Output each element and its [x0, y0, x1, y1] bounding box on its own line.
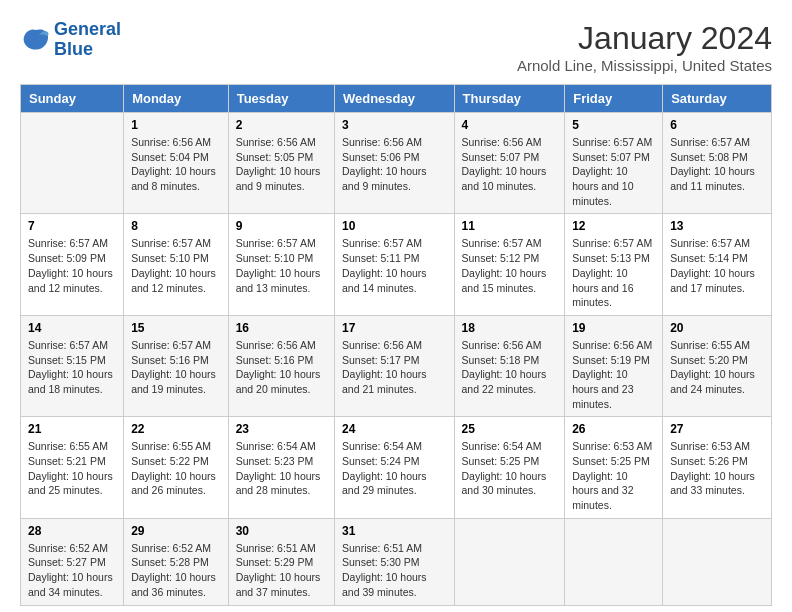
- day-number: 26: [572, 422, 655, 436]
- title-block: January 2024 Arnold Line, Mississippi, U…: [517, 20, 772, 74]
- day-info: Sunrise: 6:56 AM Sunset: 5:19 PM Dayligh…: [572, 338, 655, 411]
- day-number: 10: [342, 219, 447, 233]
- day-number: 24: [342, 422, 447, 436]
- day-number: 18: [462, 321, 558, 335]
- day-info: Sunrise: 6:56 AM Sunset: 5:04 PM Dayligh…: [131, 135, 221, 194]
- calendar-cell: 18 Sunrise: 6:56 AM Sunset: 5:18 PM Dayl…: [454, 315, 565, 416]
- day-number: 23: [236, 422, 327, 436]
- day-number: 31: [342, 524, 447, 538]
- header-saturday: Saturday: [663, 85, 772, 113]
- calendar-cell: 8 Sunrise: 6:57 AM Sunset: 5:10 PM Dayli…: [124, 214, 229, 315]
- week-row-3: 21 Sunrise: 6:55 AM Sunset: 5:21 PM Dayl…: [21, 417, 772, 518]
- day-info: Sunrise: 6:56 AM Sunset: 5:05 PM Dayligh…: [236, 135, 327, 194]
- calendar-cell: 4 Sunrise: 6:56 AM Sunset: 5:07 PM Dayli…: [454, 113, 565, 214]
- day-info: Sunrise: 6:55 AM Sunset: 5:22 PM Dayligh…: [131, 439, 221, 498]
- week-row-4: 28 Sunrise: 6:52 AM Sunset: 5:27 PM Dayl…: [21, 518, 772, 605]
- logo-line2: Blue: [54, 39, 93, 59]
- day-number: 28: [28, 524, 116, 538]
- day-info: Sunrise: 6:56 AM Sunset: 5:07 PM Dayligh…: [462, 135, 558, 194]
- day-number: 9: [236, 219, 327, 233]
- logo-icon: [20, 26, 50, 54]
- day-number: 3: [342, 118, 447, 132]
- header-sunday: Sunday: [21, 85, 124, 113]
- day-info: Sunrise: 6:55 AM Sunset: 5:21 PM Dayligh…: [28, 439, 116, 498]
- calendar-cell: 2 Sunrise: 6:56 AM Sunset: 5:05 PM Dayli…: [228, 113, 334, 214]
- day-info: Sunrise: 6:56 AM Sunset: 5:18 PM Dayligh…: [462, 338, 558, 397]
- day-number: 11: [462, 219, 558, 233]
- logo-line1: General: [54, 19, 121, 39]
- calendar-cell: 12 Sunrise: 6:57 AM Sunset: 5:13 PM Dayl…: [565, 214, 663, 315]
- header-row: SundayMondayTuesdayWednesdayThursdayFrid…: [21, 85, 772, 113]
- calendar-cell: 25 Sunrise: 6:54 AM Sunset: 5:25 PM Dayl…: [454, 417, 565, 518]
- location: Arnold Line, Mississippi, United States: [517, 57, 772, 74]
- calendar-cell: 28 Sunrise: 6:52 AM Sunset: 5:27 PM Dayl…: [21, 518, 124, 605]
- day-info: Sunrise: 6:57 AM Sunset: 5:16 PM Dayligh…: [131, 338, 221, 397]
- calendar-cell: 7 Sunrise: 6:57 AM Sunset: 5:09 PM Dayli…: [21, 214, 124, 315]
- day-number: 20: [670, 321, 764, 335]
- header-monday: Monday: [124, 85, 229, 113]
- day-info: Sunrise: 6:52 AM Sunset: 5:28 PM Dayligh…: [131, 541, 221, 600]
- calendar-cell: 3 Sunrise: 6:56 AM Sunset: 5:06 PM Dayli…: [334, 113, 454, 214]
- calendar-cell: 6 Sunrise: 6:57 AM Sunset: 5:08 PM Dayli…: [663, 113, 772, 214]
- month-title: January 2024: [517, 20, 772, 57]
- calendar-cell: 31 Sunrise: 6:51 AM Sunset: 5:30 PM Dayl…: [334, 518, 454, 605]
- day-number: 14: [28, 321, 116, 335]
- day-info: Sunrise: 6:51 AM Sunset: 5:29 PM Dayligh…: [236, 541, 327, 600]
- day-info: Sunrise: 6:54 AM Sunset: 5:23 PM Dayligh…: [236, 439, 327, 498]
- day-info: Sunrise: 6:57 AM Sunset: 5:10 PM Dayligh…: [236, 236, 327, 295]
- calendar-cell: 29 Sunrise: 6:52 AM Sunset: 5:28 PM Dayl…: [124, 518, 229, 605]
- calendar-cell: [663, 518, 772, 605]
- day-info: Sunrise: 6:53 AM Sunset: 5:25 PM Dayligh…: [572, 439, 655, 512]
- week-row-2: 14 Sunrise: 6:57 AM Sunset: 5:15 PM Dayl…: [21, 315, 772, 416]
- calendar-cell: 14 Sunrise: 6:57 AM Sunset: 5:15 PM Dayl…: [21, 315, 124, 416]
- logo-text: General Blue: [54, 20, 121, 60]
- calendar-cell: 16 Sunrise: 6:56 AM Sunset: 5:16 PM Dayl…: [228, 315, 334, 416]
- calendar-cell: 15 Sunrise: 6:57 AM Sunset: 5:16 PM Dayl…: [124, 315, 229, 416]
- page-header: General Blue January 2024 Arnold Line, M…: [20, 20, 772, 74]
- calendar-cell: 23 Sunrise: 6:54 AM Sunset: 5:23 PM Dayl…: [228, 417, 334, 518]
- calendar-cell: 10 Sunrise: 6:57 AM Sunset: 5:11 PM Dayl…: [334, 214, 454, 315]
- day-info: Sunrise: 6:57 AM Sunset: 5:10 PM Dayligh…: [131, 236, 221, 295]
- day-info: Sunrise: 6:52 AM Sunset: 5:27 PM Dayligh…: [28, 541, 116, 600]
- calendar-cell: 17 Sunrise: 6:56 AM Sunset: 5:17 PM Dayl…: [334, 315, 454, 416]
- day-info: Sunrise: 6:57 AM Sunset: 5:08 PM Dayligh…: [670, 135, 764, 194]
- day-info: Sunrise: 6:57 AM Sunset: 5:09 PM Dayligh…: [28, 236, 116, 295]
- day-number: 30: [236, 524, 327, 538]
- calendar-cell: [454, 518, 565, 605]
- calendar-cell: 21 Sunrise: 6:55 AM Sunset: 5:21 PM Dayl…: [21, 417, 124, 518]
- day-number: 15: [131, 321, 221, 335]
- calendar-cell: 13 Sunrise: 6:57 AM Sunset: 5:14 PM Dayl…: [663, 214, 772, 315]
- header-tuesday: Tuesday: [228, 85, 334, 113]
- day-number: 27: [670, 422, 764, 436]
- day-info: Sunrise: 6:57 AM Sunset: 5:07 PM Dayligh…: [572, 135, 655, 208]
- calendar-cell: 1 Sunrise: 6:56 AM Sunset: 5:04 PM Dayli…: [124, 113, 229, 214]
- day-info: Sunrise: 6:57 AM Sunset: 5:12 PM Dayligh…: [462, 236, 558, 295]
- calendar-cell: 24 Sunrise: 6:54 AM Sunset: 5:24 PM Dayl…: [334, 417, 454, 518]
- week-row-0: 1 Sunrise: 6:56 AM Sunset: 5:04 PM Dayli…: [21, 113, 772, 214]
- week-row-1: 7 Sunrise: 6:57 AM Sunset: 5:09 PM Dayli…: [21, 214, 772, 315]
- day-info: Sunrise: 6:57 AM Sunset: 5:11 PM Dayligh…: [342, 236, 447, 295]
- calendar-cell: 26 Sunrise: 6:53 AM Sunset: 5:25 PM Dayl…: [565, 417, 663, 518]
- calendar-cell: 11 Sunrise: 6:57 AM Sunset: 5:12 PM Dayl…: [454, 214, 565, 315]
- day-number: 7: [28, 219, 116, 233]
- day-info: Sunrise: 6:56 AM Sunset: 5:17 PM Dayligh…: [342, 338, 447, 397]
- day-number: 13: [670, 219, 764, 233]
- logo: General Blue: [20, 20, 121, 60]
- day-number: 2: [236, 118, 327, 132]
- calendar-cell: 5 Sunrise: 6:57 AM Sunset: 5:07 PM Dayli…: [565, 113, 663, 214]
- day-info: Sunrise: 6:56 AM Sunset: 5:06 PM Dayligh…: [342, 135, 447, 194]
- day-number: 25: [462, 422, 558, 436]
- day-number: 6: [670, 118, 764, 132]
- day-info: Sunrise: 6:55 AM Sunset: 5:20 PM Dayligh…: [670, 338, 764, 397]
- day-info: Sunrise: 6:53 AM Sunset: 5:26 PM Dayligh…: [670, 439, 764, 498]
- day-number: 21: [28, 422, 116, 436]
- day-info: Sunrise: 6:56 AM Sunset: 5:16 PM Dayligh…: [236, 338, 327, 397]
- calendar-cell: 20 Sunrise: 6:55 AM Sunset: 5:20 PM Dayl…: [663, 315, 772, 416]
- calendar-cell: 22 Sunrise: 6:55 AM Sunset: 5:22 PM Dayl…: [124, 417, 229, 518]
- day-info: Sunrise: 6:54 AM Sunset: 5:24 PM Dayligh…: [342, 439, 447, 498]
- calendar-cell: [565, 518, 663, 605]
- day-number: 8: [131, 219, 221, 233]
- day-number: 16: [236, 321, 327, 335]
- day-number: 19: [572, 321, 655, 335]
- calendar-cell: 27 Sunrise: 6:53 AM Sunset: 5:26 PM Dayl…: [663, 417, 772, 518]
